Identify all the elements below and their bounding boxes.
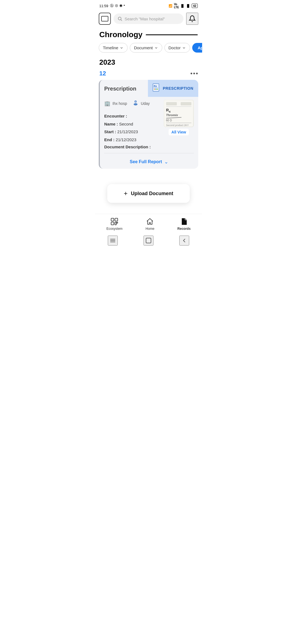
ecosystem-icon (110, 217, 119, 226)
bell-icon (189, 15, 196, 22)
see-full-report-row[interactable]: See Full Report ⌄ (100, 155, 198, 169)
card-badge: Rx PRESCRIPTION (148, 80, 198, 97)
doctor-filter[interactable]: Doctor (164, 43, 190, 53)
battery-icon: 42 (192, 4, 198, 8)
top-bar: Search "Max hospital" (95, 10, 202, 28)
svg-point-7 (157, 89, 158, 90)
ecosystem-label: Ecosystem (106, 227, 123, 231)
svg-rect-15 (117, 222, 118, 223)
hospital-info: 🏢 Ihx hosp (104, 100, 127, 107)
card-header: Prescription Rx PRESCRIPTION (100, 80, 198, 97)
nav-item-ecosystem[interactable]: Ecosystem (106, 217, 123, 231)
svg-rect-13 (111, 222, 114, 225)
status-time: 11:59 (99, 4, 108, 8)
svg-point-0 (118, 17, 121, 20)
more-options-button[interactable] (191, 73, 198, 74)
start-field: Start : 21/12/2023 (104, 129, 161, 135)
document-filter[interactable]: Document (130, 43, 162, 53)
patient-info: Uday (133, 100, 150, 107)
menu-button[interactable] (108, 236, 118, 245)
svg-point-5 (154, 89, 155, 90)
end-label: End : (104, 137, 115, 142)
chevron-down-icon (120, 46, 123, 50)
plus-icon: + (124, 190, 128, 197)
image-preview-section: Rx Thromix 60 D Second product 2KY All V… (164, 100, 194, 149)
doctor-avatar-icon (133, 100, 139, 106)
rx-icon: Rx (152, 83, 161, 92)
encounter-label: Encounter : (104, 114, 127, 118)
timeline-section: 12 Prescription Rx (95, 70, 202, 169)
timeline-filter[interactable]: Timeline (99, 43, 128, 53)
svg-rect-10 (135, 101, 136, 102)
patient-icon (133, 100, 139, 107)
encounter-field: Encounter : (104, 113, 161, 119)
title-divider (146, 34, 198, 35)
signal1-icon: ▐▌ (180, 4, 185, 7)
apply-button[interactable]: Apply (192, 43, 202, 53)
dot1 (191, 73, 192, 74)
chevron-down-icon3 (182, 46, 186, 50)
upload-document-button[interactable]: + Upload Document (107, 184, 190, 203)
home-button[interactable] (144, 236, 153, 245)
wifi-icon: 📶 (169, 4, 172, 8)
records-icon (180, 217, 188, 226)
svg-point-6 (155, 89, 156, 90)
notification-bell-button[interactable] (186, 13, 198, 25)
home-icon (146, 217, 154, 226)
name-label: Name : (104, 122, 118, 126)
status-right-icons: 📶 VoLTE ▐▌ ▐▌ 42 (169, 3, 198, 9)
card-body: 🏢 Ihx hosp Uday (100, 97, 198, 151)
start-value: 21/12/2023 (117, 129, 138, 134)
date-row: 12 (99, 70, 198, 80)
svg-text:Rx: Rx (154, 85, 157, 88)
card-title-section: Prescription (100, 82, 148, 95)
chevron-down-icon2 (154, 46, 158, 50)
patient-name: Uday (141, 101, 150, 106)
svg-line-1 (121, 20, 122, 21)
card-divider (104, 153, 194, 153)
dot3 (196, 73, 198, 74)
filter-row: Timeline Document Doctor Apply (95, 43, 202, 57)
system-nav (95, 233, 202, 249)
bottom-nav: Ecosystem Home Records (95, 214, 202, 233)
records-label: Records (177, 227, 191, 231)
volte-icon: VoLTE (174, 3, 179, 9)
dot2 (193, 73, 195, 74)
upload-label: Upload Document (131, 191, 173, 197)
search-bar[interactable]: Search "Max hospital" (114, 13, 183, 24)
card-info: 🏢 Ihx hosp Uday (104, 100, 161, 149)
chevron-down-icon4: ⌄ (164, 159, 168, 165)
nav-item-records[interactable]: Records (177, 217, 191, 231)
prescription-icon: Rx (152, 83, 161, 94)
back-button[interactable] (179, 236, 189, 245)
svg-rect-11 (111, 218, 114, 221)
svg-rect-19 (146, 238, 151, 243)
svg-rect-14 (115, 222, 116, 225)
timeline-filter-label: Timeline (103, 45, 118, 50)
svg-point-9 (134, 103, 138, 105)
status-bar: 11:59 ⓑ◎◉• 📶 VoLTE ▐▌ ▐▌ 42 (95, 0, 202, 10)
prescription-image[interactable]: Rx Thromix 60 D Second product 2KY (164, 100, 194, 127)
status-left: 11:59 ⓑ◎◉• (99, 3, 125, 8)
doc-description-label: Document Description : (104, 144, 161, 149)
prescription-img-content: Rx Thromix 60 D Second product 2KY (164, 100, 194, 127)
year-label: 2023 (95, 57, 202, 70)
logo[interactable] (99, 13, 111, 25)
svg-rect-12 (115, 218, 118, 221)
start-label: Start : (104, 129, 116, 134)
hospital-name: Ihx hosp (112, 101, 127, 106)
page-title-row: Chronology (95, 28, 202, 43)
see-full-report-text: See Full Report (130, 159, 162, 164)
square-icon (145, 237, 152, 244)
name-value: Second (119, 122, 133, 126)
card-title: Prescription (104, 86, 136, 92)
document-filter-label: Document (134, 45, 153, 50)
menu-icon (109, 237, 116, 244)
record-card[interactable]: Prescription Rx PRESCRIPTION (99, 80, 198, 169)
badge-label: PRESCRIPTION (163, 86, 193, 91)
all-view-button[interactable]: All View (169, 129, 189, 135)
nav-item-home[interactable]: Home (145, 217, 154, 231)
doctor-filter-label: Doctor (169, 45, 181, 50)
end-value: 21/12/2023 (116, 137, 136, 142)
signal2-icon: ▐▌ (186, 4, 190, 7)
